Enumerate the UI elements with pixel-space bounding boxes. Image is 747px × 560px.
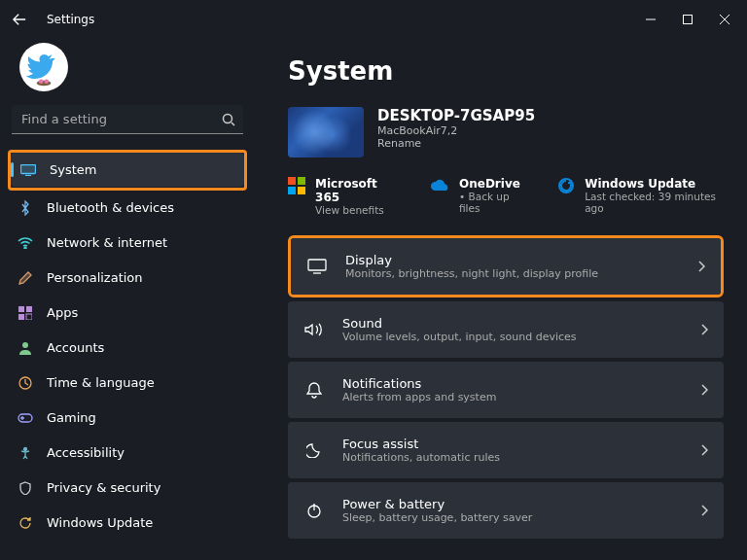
promo-title: OneDrive: [459, 177, 524, 191]
system-icon: [20, 162, 36, 178]
svg-point-8: [224, 115, 232, 123]
promo-title: Windows Update: [585, 177, 724, 191]
update-promo-icon: [557, 177, 575, 196]
svg-rect-1: [684, 16, 693, 24]
svg-rect-16: [26, 314, 32, 320]
maximize-button[interactable]: [669, 4, 706, 35]
accessibility-icon: [18, 445, 33, 461]
shield-icon: [18, 480, 33, 496]
card-desc: Sleep, battery usage, battery saver: [342, 511, 700, 524]
sidebar-item-label: Gaming: [47, 410, 96, 425]
promos-row: Microsoft 365View benefits OneDrive• Bac…: [288, 177, 724, 216]
sidebar-item-time[interactable]: Time & language: [8, 366, 247, 400]
svg-point-7: [44, 79, 49, 84]
card-notifications[interactable]: NotificationsAlerts from apps and system: [288, 362, 724, 418]
svg-point-5: [37, 81, 52, 87]
chevron-right-icon: [700, 502, 708, 520]
sidebar-item-accounts[interactable]: Accounts: [8, 331, 247, 365]
brush-icon: [18, 270, 33, 286]
search-input[interactable]: [12, 105, 243, 134]
card-focus[interactable]: Focus assistNotifications, automatic rul…: [288, 422, 724, 478]
minimize-button[interactable]: [632, 4, 669, 35]
card-desc: Monitors, brightness, night light, displ…: [345, 267, 697, 280]
card-title: Display: [345, 253, 697, 267]
promo-update[interactable]: Windows UpdateLast checked: 39 minutes a…: [557, 177, 724, 216]
bluetooth-icon: [18, 200, 33, 216]
sidebar-item-system[interactable]: System: [11, 153, 244, 187]
card-desc: Volume levels, output, input, sound devi…: [342, 331, 700, 343]
svg-rect-23: [288, 187, 296, 194]
sidebar-item-gaming[interactable]: Gaming: [8, 401, 247, 435]
promo-ms365[interactable]: Microsoft 365View benefits: [288, 177, 397, 216]
sidebar-item-accessibility[interactable]: Accessibility: [8, 436, 247, 470]
svg-rect-15: [18, 314, 24, 320]
svg-point-12: [24, 247, 26, 249]
promo-sub: View benefits: [315, 204, 397, 216]
card-sound[interactable]: SoundVolume levels, output, input, sound…: [288, 301, 724, 358]
sound-icon: [303, 322, 325, 337]
sidebar-item-label: Network & internet: [47, 235, 167, 250]
sidebar-item-label: Bluetooth & devices: [47, 200, 174, 215]
card-power[interactable]: Power & batterySleep, battery usage, bat…: [288, 482, 724, 539]
sidebar-item-label: Personalization: [47, 270, 143, 285]
card-desc: Alerts from apps and system: [342, 391, 700, 403]
close-button[interactable]: [706, 4, 743, 35]
card-title: Focus assist: [342, 437, 700, 451]
ms365-icon: [288, 177, 305, 196]
sidebar-item-personalization[interactable]: Personalization: [8, 261, 247, 295]
gaming-icon: [18, 410, 33, 426]
chevron-right-icon: [700, 321, 708, 339]
svg-point-6: [39, 79, 44, 84]
sidebar-item-label: Accessibility: [47, 445, 124, 460]
back-button[interactable]: [4, 4, 35, 35]
content: System DESKTOP-7GSAP95 MacBookAir7,2 Ren…: [255, 39, 747, 560]
svg-rect-24: [298, 187, 305, 194]
device-image[interactable]: [288, 107, 364, 158]
sidebar-item-update[interactable]: Windows Update: [8, 506, 247, 540]
svg-point-17: [22, 342, 28, 348]
svg-rect-21: [288, 177, 296, 185]
promo-sub: • Back up files: [459, 191, 524, 214]
person-icon: [18, 340, 33, 356]
sidebar-item-privacy[interactable]: Privacy & security: [8, 471, 247, 505]
clock-icon: [18, 375, 33, 391]
card-display[interactable]: DisplayMonitors, brightness, night light…: [291, 238, 721, 295]
promo-onedrive[interactable]: OneDrive• Back up files: [430, 177, 524, 216]
device-model: MacBookAir7,2: [377, 124, 535, 137]
sidebar-item-label: Accounts: [47, 340, 104, 355]
sidebar-item-apps[interactable]: Apps: [8, 296, 247, 330]
device-row: DESKTOP-7GSAP95 MacBookAir7,2 Rename: [288, 107, 724, 158]
sidebar-item-label: Windows Update: [47, 515, 153, 530]
titlebar: Settings: [0, 0, 747, 39]
display-icon: [306, 259, 328, 274]
moon-icon: [303, 442, 325, 458]
highlight-system: System: [8, 150, 247, 191]
bell-icon: [303, 381, 325, 399]
avatar[interactable]: [19, 43, 68, 91]
update-icon: [18, 515, 33, 531]
search-icon: [222, 112, 235, 130]
card-title: Notifications: [342, 376, 700, 391]
chevron-right-icon: [697, 258, 705, 276]
svg-rect-14: [26, 306, 32, 312]
sidebar-item-label: Apps: [47, 305, 78, 320]
sidebar-item-label: System: [50, 162, 96, 177]
sidebar-item-network[interactable]: Network & internet: [8, 226, 247, 260]
promo-title: Microsoft 365: [315, 177, 397, 204]
search-container: [12, 105, 243, 134]
highlight-display: DisplayMonitors, brightness, night light…: [288, 235, 724, 298]
wifi-icon: [18, 235, 33, 251]
sidebar-item-bluetooth[interactable]: Bluetooth & devices: [8, 191, 247, 225]
card-title: Sound: [342, 316, 700, 331]
svg-rect-10: [21, 164, 36, 173]
card-title: Power & battery: [342, 497, 700, 511]
promo-sub: Last checked: 39 minutes ago: [585, 191, 724, 214]
onedrive-icon: [430, 177, 449, 196]
device-rename-link[interactable]: Rename: [377, 137, 535, 150]
window-title: Settings: [47, 13, 94, 26]
device-name: DESKTOP-7GSAP95: [377, 107, 535, 124]
apps-icon: [18, 305, 33, 321]
svg-rect-22: [298, 177, 305, 185]
card-desc: Notifications, automatic rules: [342, 451, 700, 464]
svg-line-9: [231, 122, 234, 125]
